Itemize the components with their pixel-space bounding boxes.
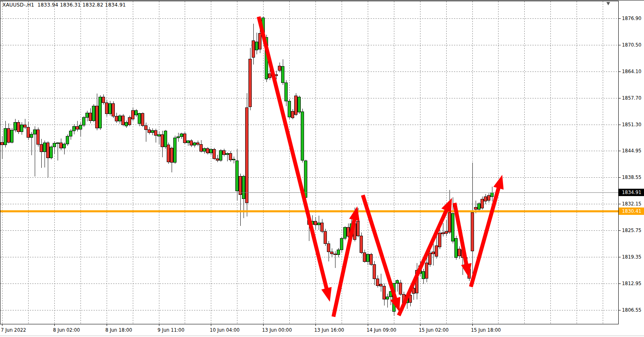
candle <box>370 253 373 266</box>
candle <box>112 101 115 118</box>
candle <box>344 226 347 241</box>
time-tick-label: 7 Jun 2022 <box>1 327 26 333</box>
candle <box>92 104 95 122</box>
price-tick-label: 1876.90 <box>622 16 642 21</box>
time-tick-label: 10 Jun 04:00 <box>210 327 239 333</box>
chart-title: XAUUSD-,H1 1833.94 1836.31 1832.82 1834.… <box>2 2 126 8</box>
price-tick-label: 1851.30 <box>622 122 642 127</box>
candle <box>99 95 102 130</box>
candle <box>11 128 13 143</box>
time-tick-label: 13 Jun 16:00 <box>314 327 344 333</box>
price-tick-label: 1838.55 <box>622 174 642 180</box>
candle <box>164 130 167 149</box>
price-tick-label: 1819.35 <box>622 254 642 260</box>
chart-window[interactable]: XAUUSD-,H1 1833.94 1836.31 1832.82 1834.… <box>0 0 644 337</box>
candle <box>37 127 40 147</box>
candle <box>324 229 327 246</box>
price-tick-label: 1870.50 <box>622 42 642 48</box>
time-tick-label: 15 Jun 02:00 <box>419 327 449 333</box>
candle <box>246 93 248 217</box>
candle <box>288 99 291 119</box>
orange-line-price-box-label: 1830.41 <box>622 208 642 214</box>
time-tick-label: 8 Jun 02:00 <box>53 327 80 333</box>
candlestick-chart-canvas[interactable]: 1876.901870.501864.101857.701851.301844.… <box>0 0 644 337</box>
candle <box>105 100 108 116</box>
candle <box>66 134 69 145</box>
candle <box>219 149 222 162</box>
candle <box>167 143 170 164</box>
price-tick-label: 1832.15 <box>622 201 642 207</box>
time-tick-label: 14 Jun 09:00 <box>367 327 396 333</box>
time-tick-label: 13 Jun 00:00 <box>262 327 292 333</box>
price-tick-label: 1812.95 <box>622 281 642 286</box>
candle <box>50 145 53 160</box>
price-tick-label: 1825.75 <box>622 228 642 233</box>
candle <box>301 109 304 163</box>
time-tick-label: 8 Jun 18:00 <box>105 327 132 333</box>
candle <box>298 96 301 114</box>
candle <box>360 232 363 254</box>
current-price-box-label: 1834.91 <box>622 190 642 195</box>
price-tick-label: 1864.10 <box>622 69 642 74</box>
time-tick-label: 15 Jun 18:00 <box>471 327 501 333</box>
candle <box>213 148 216 160</box>
candle <box>455 236 458 260</box>
candle <box>174 136 177 164</box>
candle <box>183 132 186 144</box>
price-tick-label: 1806.55 <box>622 307 642 313</box>
chart-background <box>0 0 644 337</box>
time-tick-label: 9 Jun 11:00 <box>158 327 185 333</box>
price-tick-label: 1844.95 <box>622 148 642 154</box>
candle <box>295 93 297 116</box>
candle <box>141 112 144 127</box>
price-tick-label: 1857.70 <box>622 95 642 101</box>
